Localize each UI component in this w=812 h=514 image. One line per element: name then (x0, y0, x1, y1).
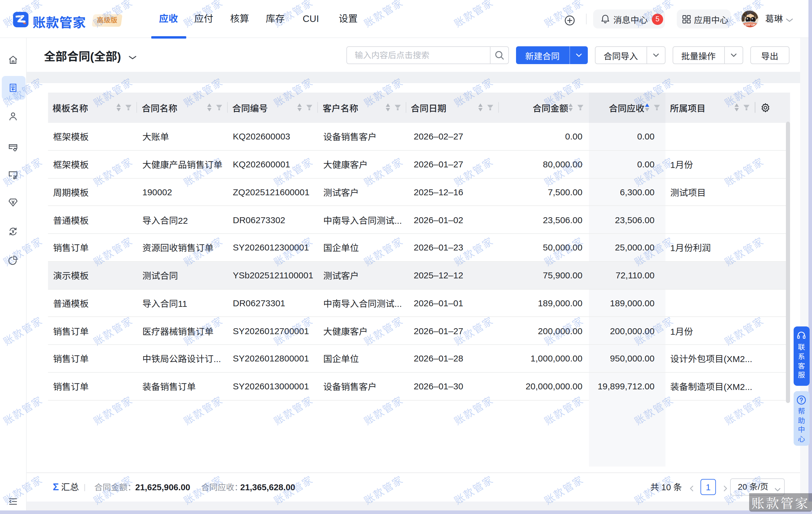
svg-text:DAY UP: DAY UP (745, 23, 755, 26)
